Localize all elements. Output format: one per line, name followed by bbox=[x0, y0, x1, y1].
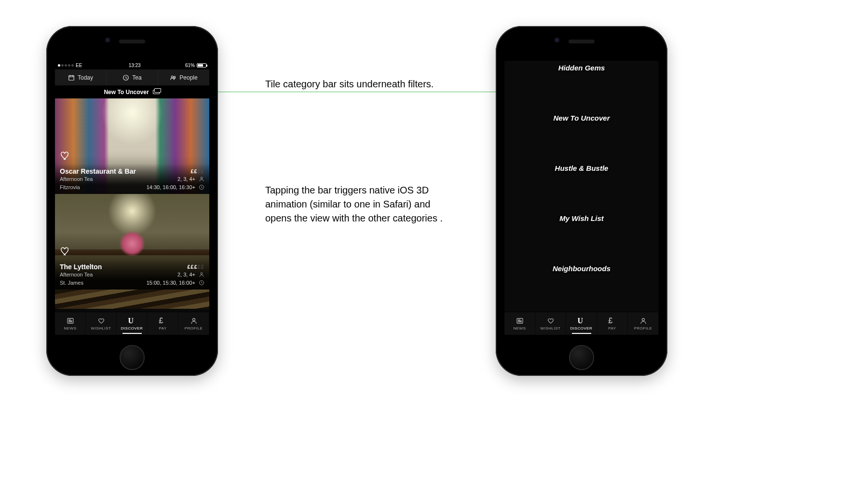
home-button bbox=[569, 345, 594, 370]
tab-wishlist[interactable]: WISHLIST bbox=[86, 312, 117, 335]
screen-category-tiles: Hidden Gems New To Uncover Hustle & Bust… bbox=[504, 61, 659, 335]
filter-people[interactable]: People bbox=[158, 69, 209, 85]
tab-label: PROFILE bbox=[185, 326, 203, 331]
pound-icon: £ bbox=[609, 317, 616, 325]
tile-label: Hustle & Bustle bbox=[555, 164, 609, 172]
tab-news[interactable]: NEWS bbox=[55, 312, 86, 335]
card-stack-icon bbox=[153, 90, 161, 95]
meal-type: Afternoon Tea bbox=[60, 271, 93, 279]
filter-date[interactable]: Today bbox=[55, 69, 107, 85]
heart-icon bbox=[97, 317, 105, 325]
price-level-active: ££ bbox=[191, 168, 198, 174]
restaurant-name: The Lyttelton bbox=[60, 263, 102, 271]
tile-label: Neighbourhoods bbox=[553, 264, 610, 273]
category-tile-stack: Hidden Gems New To Uncover Hustle & Bust… bbox=[504, 61, 659, 312]
tab-label: PAY bbox=[159, 326, 166, 331]
status-bar: EE 13:23 61% bbox=[55, 61, 209, 69]
filter-meal[interactable]: Tea bbox=[107, 69, 158, 85]
category-bar[interactable]: New To Uncover bbox=[55, 86, 209, 98]
tab-profile[interactable]: PROFILE bbox=[178, 312, 209, 335]
tab-label: WISHLIST bbox=[91, 326, 111, 331]
battery-icon bbox=[197, 63, 206, 68]
svg-point-4 bbox=[201, 177, 203, 179]
wishlist-heart-icon[interactable] bbox=[60, 151, 70, 161]
wishlist-heart-icon[interactable] bbox=[60, 246, 70, 257]
profile-icon bbox=[190, 317, 198, 325]
category-tile-new-to-uncover[interactable]: New To Uncover bbox=[504, 111, 659, 161]
filter-people-label: People bbox=[179, 74, 197, 81]
person-icon bbox=[199, 272, 204, 277]
price-level-active: £££ bbox=[187, 264, 197, 270]
category-tile-neighbourhoods[interactable]: Neighbourhoods bbox=[504, 262, 659, 312]
tab-pay[interactable]: £ PAY bbox=[597, 312, 628, 335]
restaurant-card[interactable]: The Lyttelton £££££ Afternoon Tea 2, 3, … bbox=[55, 194, 209, 289]
tab-label: NEWS bbox=[64, 326, 77, 331]
tab-profile[interactable]: PROFILE bbox=[628, 312, 659, 335]
tab-label: DISCOVER bbox=[570, 326, 593, 331]
restaurant-card[interactable]: Oscar Restaurant & Bar ££££ Afternoon Te… bbox=[55, 98, 209, 194]
tile-label: New To Uncover bbox=[554, 114, 610, 122]
filter-meal-label: Tea bbox=[132, 74, 141, 81]
tile-label: My Wish List bbox=[559, 214, 604, 222]
annotation-connector-line bbox=[175, 92, 505, 92]
discover-logo-icon: U bbox=[578, 317, 585, 325]
filter-bar: Today Tea People bbox=[55, 69, 209, 86]
card-info-overlay: The Lyttelton £££££ Afternoon Tea 2, 3, … bbox=[55, 259, 209, 289]
device-mockup-category-tiles: Hidden Gems New To Uncover Hustle & Bust… bbox=[496, 26, 667, 376]
svg-point-2 bbox=[172, 76, 174, 78]
tile-label: Hidden Gems bbox=[558, 64, 605, 72]
carrier-label: EE bbox=[76, 63, 82, 68]
tab-discover[interactable]: U DISCOVER bbox=[117, 312, 148, 335]
heart-icon bbox=[547, 317, 555, 325]
tab-bar: NEWS WISHLIST U DISCOVER £ PAY PROFILE bbox=[504, 312, 659, 335]
people-icon bbox=[170, 74, 176, 81]
discover-logo-icon: U bbox=[128, 317, 136, 325]
annotation-tap-behavior: Tapping the bar triggers native iOS 3D a… bbox=[265, 183, 458, 225]
available-times: 15:00, 15:30, 16:00+ bbox=[147, 280, 195, 286]
svg-rect-0 bbox=[69, 75, 74, 80]
tab-pay[interactable]: £ PAY bbox=[148, 312, 178, 335]
available-times: 14:30, 16:00, 16:30+ bbox=[147, 184, 195, 190]
tab-news[interactable]: NEWS bbox=[504, 312, 535, 335]
battery-pct-label: 61% bbox=[185, 63, 195, 68]
svg-point-6 bbox=[201, 273, 203, 275]
clock-label: 13:23 bbox=[129, 63, 141, 68]
tab-bar: NEWS WISHLIST U DISCOVER £ PAY PROFILE bbox=[55, 312, 209, 335]
home-button bbox=[120, 345, 145, 370]
party-sizes: 2, 3, 4+ bbox=[177, 272, 195, 277]
news-icon bbox=[67, 317, 74, 325]
svg-point-3 bbox=[174, 76, 176, 78]
category-tile-hidden-gems[interactable]: Hidden Gems bbox=[504, 61, 659, 111]
active-tab-indicator bbox=[122, 333, 142, 334]
device-mockup-discover-list: EE 13:23 61% Today Tea People bbox=[46, 26, 218, 376]
price-level-dim: ££ bbox=[198, 264, 204, 270]
tab-label: NEWS bbox=[514, 326, 526, 331]
category-tile-hustle-bustle[interactable]: Hustle & Bustle bbox=[504, 161, 659, 211]
meal-type: Afternoon Tea bbox=[60, 175, 93, 183]
filter-date-label: Today bbox=[78, 74, 93, 81]
restaurant-photo bbox=[55, 289, 209, 309]
screen-discover-list: EE 13:23 61% Today Tea People bbox=[55, 61, 209, 335]
active-tab-indicator bbox=[572, 333, 591, 334]
neighbourhood: St. James bbox=[60, 279, 83, 287]
tab-label: DISCOVER bbox=[121, 326, 143, 331]
neighbourhood: Fitzrovia bbox=[60, 183, 80, 192]
category-bar-label: New To Uncover bbox=[104, 89, 149, 96]
person-icon bbox=[199, 176, 204, 182]
card-info-overlay: Oscar Restaurant & Bar ££££ Afternoon Te… bbox=[55, 164, 209, 194]
category-tile-wish-list[interactable]: My Wish List bbox=[504, 211, 659, 262]
pound-icon: £ bbox=[159, 317, 167, 325]
signal-strength-icon bbox=[58, 64, 74, 67]
news-icon bbox=[516, 317, 524, 325]
annotation-category-bar: Tile category bar sits underneath filter… bbox=[265, 77, 434, 91]
tab-discover[interactable]: U DISCOVER bbox=[566, 312, 597, 335]
party-sizes: 2, 3, 4+ bbox=[177, 176, 195, 182]
restaurant-name: Oscar Restaurant & Bar bbox=[60, 167, 136, 175]
price-level-dim: ££ bbox=[198, 168, 204, 174]
tab-label: PROFILE bbox=[634, 326, 652, 331]
tab-label: PAY bbox=[608, 326, 616, 331]
tab-label: WISHLIST bbox=[541, 326, 561, 331]
tab-wishlist[interactable]: WISHLIST bbox=[535, 312, 566, 335]
clock-small-icon bbox=[199, 280, 204, 286]
restaurant-card-partial[interactable] bbox=[55, 289, 209, 309]
